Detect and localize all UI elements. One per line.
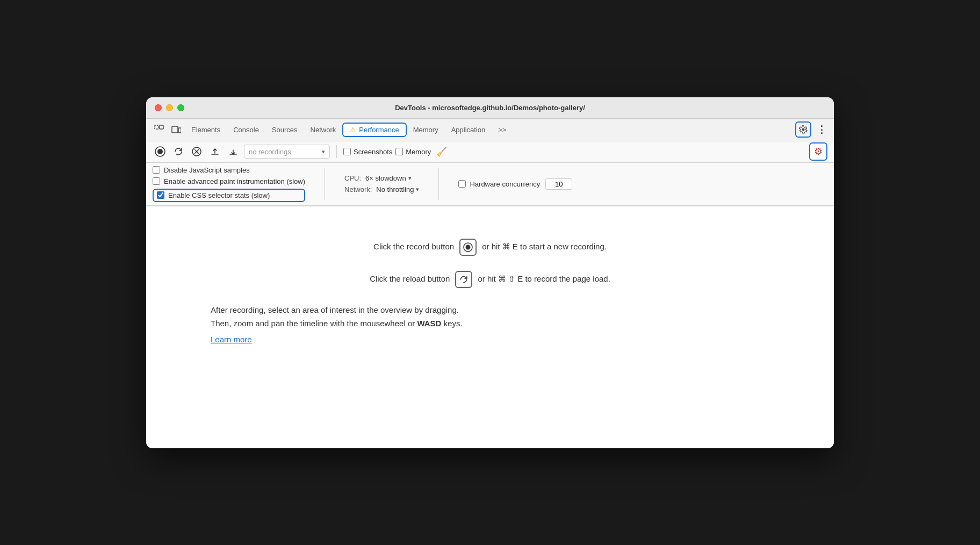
svg-rect-3 [178,128,181,133]
reload-icon-inline [455,271,472,288]
instruction-record-after: or hit ⌘ E to start a new recording. [482,241,607,253]
disable-js-samples-label: Disable JavaScript samples [164,166,250,174]
description-line3: After recording, select an area of inter… [211,303,463,317]
tab-elements[interactable]: Elements [185,124,227,136]
cpu-value: 6× slowdown [365,174,406,182]
instruction-reload-after: or hit ⌘ ⇧ E to record the page load. [478,273,610,285]
disable-js-samples-option[interactable]: Disable JavaScript samples [153,166,305,174]
instruction-record-before: Click the record button [373,241,454,253]
minimize-button[interactable] [166,104,173,111]
download-button[interactable] [226,144,241,159]
hardware-label: Hardware concurrency [470,180,540,188]
enable-css-checkbox[interactable] [157,191,164,199]
description-line4: Then, zoom and pan the timeline with the… [211,317,463,331]
more-options-button[interactable]: ⋮ [813,121,830,138]
maximize-button[interactable] [177,104,184,111]
close-button[interactable] [155,104,162,111]
cpu-dropdown-arrow-icon: ▾ [408,175,412,182]
instruction-reload-before: Click the reload button [370,273,450,285]
enable-css-selector-row: Enable CSS selector stats (slow) [153,189,305,202]
network-row: Network: No throttling ▾ [344,185,419,193]
memory-checkbox[interactable] [395,148,403,155]
options-left: Disable JavaScript samples Enable advanc… [153,166,305,202]
options-separator-2 [438,168,439,200]
learn-more-link[interactable]: Learn more [211,333,463,347]
tab-application[interactable]: Application [445,124,492,136]
no-recordings-label: no recordings [249,148,291,156]
hardware-concurrency-option[interactable]: Hardware concurrency [458,180,540,188]
cpu-dropdown[interactable]: 6× slowdown ▾ [365,174,412,182]
screenshots-checkbox-group[interactable]: Screenshots [343,148,392,156]
network-dropdown-arrow-icon: ▾ [416,186,419,193]
network-value: No throttling [376,185,414,193]
cpu-label: CPU: [344,174,361,182]
description-block: After recording, select an area of inter… [211,303,463,347]
svg-point-10 [466,245,471,249]
hardware-concurrency-input[interactable] [545,178,572,190]
hardware-concurrency-checkbox[interactable] [458,180,466,188]
dropdown-arrow-icon: ▾ [322,148,325,155]
tab-bar: Elements Console Sources Network ⚠ Perfo… [146,119,834,141]
clear-recordings-icon[interactable]: 🧹 [436,147,447,157]
screenshots-checkbox[interactable] [343,148,351,155]
cpu-row: CPU: 6× slowdown ▾ [344,174,419,182]
instruction-reload: Click the reload button or hit ⌘ ⇧ E to … [370,271,610,288]
tab-sources[interactable]: Sources [265,124,304,136]
svg-point-5 [157,149,163,154]
enable-paint-checkbox[interactable] [153,177,160,185]
warning-icon: ⚠ [350,126,356,134]
inspect-element-icon[interactable] [150,121,168,138]
enable-paint-option[interactable]: Enable advanced paint instrumentation (s… [153,177,305,185]
tab-more[interactable]: >> [492,124,513,136]
traffic-lights [155,104,184,111]
titlebar: DevTools - microsoftedge.github.io/Demos… [146,97,834,119]
instruction-record: Click the record button or hit ⌘ E to st… [373,239,607,256]
tab-network[interactable]: Network [304,124,343,136]
network-dropdown[interactable]: No throttling ▾ [376,185,419,193]
settings-button[interactable] [795,121,811,138]
screenshots-label: Screenshots [354,148,392,156]
enable-paint-label: Enable advanced paint instrumentation (s… [164,177,305,185]
svg-rect-1 [160,125,163,129]
enable-css-label: Enable CSS selector stats (slow) [168,191,270,199]
performance-settings-button[interactable]: ⚙ [809,142,827,161]
record-button[interactable] [153,144,168,159]
options-right: Hardware concurrency [458,178,572,190]
toolbar-right: ⋮ [795,121,830,138]
memory-checkbox-group[interactable]: Memory [395,148,431,156]
secondary-right: ⚙ [809,142,827,161]
window-title: DevTools - microsoftedge.github.io/Demos… [395,104,585,112]
wasd-label: WASD [417,319,441,328]
disable-js-samples-checkbox[interactable] [153,166,160,174]
devtools-window: DevTools - microsoftedge.github.io/Demos… [146,97,834,448]
svg-rect-0 [155,125,158,129]
tabs-container: Elements Console Sources Network ⚠ Perfo… [150,121,795,138]
options-row: Disable JavaScript samples Enable advanc… [146,163,834,206]
separator [336,145,337,158]
tab-performance[interactable]: ⚠ Performance [342,123,406,137]
description-line4-before: Then, zoom and pan the timeline with the… [211,319,415,328]
description-line4-after: keys. [444,319,463,328]
options-separator [325,168,325,200]
svg-rect-2 [172,126,178,133]
main-content: Click the record button or hit ⌘ E to st… [146,206,834,448]
options-center: CPU: 6× slowdown ▾ Network: No throttlin… [344,174,419,193]
record-icon-inline [459,239,477,256]
network-label: Network: [344,185,372,193]
device-toggle-icon[interactable] [168,121,185,138]
secondary-toolbar: no recordings ▾ Screenshots Memory 🧹 ⚙ [146,141,834,163]
tab-performance-label: Performance [359,126,399,134]
tab-memory[interactable]: Memory [407,124,445,136]
tab-console[interactable]: Console [227,124,265,136]
upload-button[interactable] [207,144,222,159]
reload-button[interactable] [171,144,186,159]
clear-button[interactable] [189,144,204,159]
recordings-dropdown[interactable]: no recordings ▾ [244,145,330,159]
memory-label: Memory [406,148,431,156]
